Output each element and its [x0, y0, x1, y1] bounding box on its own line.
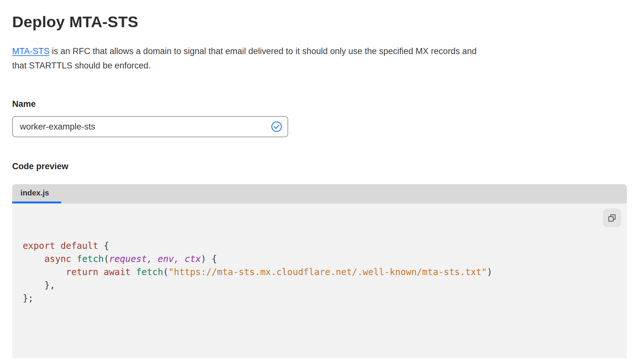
code-line: async fetch(request, env, ctx) {	[23, 252, 588, 265]
code-preview-panel: index.js export default { async fetch(re…	[12, 184, 627, 358]
mta-sts-link[interactable]: MTA-STS	[12, 46, 50, 56]
code-lines: export default { async fetch(request, en…	[23, 239, 588, 305]
code-line: export default {	[23, 239, 588, 252]
name-label: Name	[12, 99, 627, 109]
code-line: };	[23, 292, 588, 305]
check-circle-icon	[271, 121, 282, 132]
copy-code-button[interactable]	[603, 209, 621, 227]
code-tab-bar: index.js	[12, 184, 627, 203]
deploy-mta-sts-page: Deploy MTA-STS MTA-STS is an RFC that al…	[0, 13, 640, 364]
copy-icon	[608, 214, 616, 222]
code-editor: export default { async fetch(request, en…	[12, 203, 627, 358]
name-input-wrap	[12, 116, 288, 137]
code-line: },	[23, 279, 588, 292]
code-preview-label: Code preview	[12, 162, 627, 171]
description-text: MTA-STS is an RFC that allows a domain t…	[12, 44, 488, 73]
description-body: is an RFC that allows a domain to signal…	[12, 46, 477, 70]
page-title: Deploy MTA-STS	[12, 13, 627, 31]
name-input[interactable]	[12, 116, 288, 137]
code-line: return await fetch("https://mta-sts.mx.c…	[23, 265, 588, 279]
tab-index-js[interactable]: index.js	[12, 184, 61, 203]
